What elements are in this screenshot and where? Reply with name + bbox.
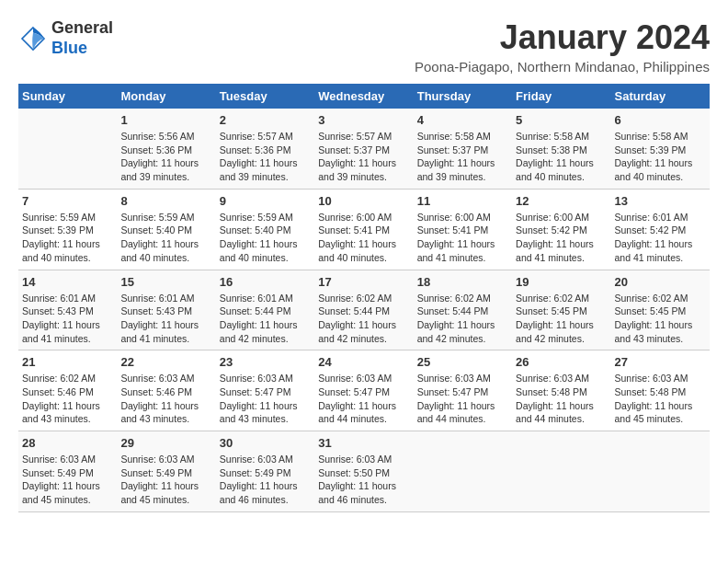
calendar-cell: 9Sunrise: 5:59 AMSunset: 5:40 PMDaylight… bbox=[216, 189, 314, 270]
subtitle: Poona-Piagapo, Northern Mindanao, Philip… bbox=[415, 59, 710, 75]
day-number: 7 bbox=[22, 194, 113, 208]
day-number: 20 bbox=[615, 275, 706, 289]
calendar-cell: 31Sunrise: 6:03 AMSunset: 5:50 PMDayligh… bbox=[314, 431, 413, 512]
calendar-cell: 4Sunrise: 5:58 AMSunset: 5:37 PMDaylight… bbox=[414, 109, 512, 189]
page-title: January 2024 bbox=[415, 18, 710, 57]
calendar-cell: 15Sunrise: 6:01 AMSunset: 5:43 PMDayligh… bbox=[117, 270, 215, 350]
day-info: Sunrise: 6:00 AMSunset: 5:41 PMDaylight:… bbox=[417, 211, 508, 265]
calendar-cell: 25Sunrise: 6:03 AMSunset: 5:47 PMDayligh… bbox=[414, 350, 512, 431]
week-row-1: 1Sunrise: 5:56 AMSunset: 5:36 PMDaylight… bbox=[18, 109, 710, 189]
day-number: 28 bbox=[22, 436, 113, 450]
day-info: Sunrise: 5:59 AMSunset: 5:40 PMDaylight:… bbox=[120, 211, 211, 265]
calendar-cell: 18Sunrise: 6:02 AMSunset: 5:44 PMDayligh… bbox=[414, 270, 512, 350]
day-info: Sunrise: 5:57 AMSunset: 5:36 PMDaylight:… bbox=[220, 130, 311, 184]
calendar-cell: 12Sunrise: 6:00 AMSunset: 5:42 PMDayligh… bbox=[512, 189, 610, 270]
calendar-cell: 28Sunrise: 6:03 AMSunset: 5:49 PMDayligh… bbox=[18, 431, 117, 512]
day-header-sunday: Sunday bbox=[18, 84, 117, 109]
day-header-monday: Monday bbox=[117, 84, 215, 109]
calendar-cell: 7Sunrise: 5:59 AMSunset: 5:39 PMDaylight… bbox=[18, 189, 117, 270]
day-number: 13 bbox=[615, 194, 706, 208]
calendar-table: SundayMondayTuesdayWednesdayThursdayFrid… bbox=[18, 84, 710, 512]
calendar-cell: 1Sunrise: 5:56 AMSunset: 5:36 PMDaylight… bbox=[117, 109, 215, 189]
day-number: 6 bbox=[615, 113, 706, 127]
day-info: Sunrise: 6:01 AMSunset: 5:43 PMDaylight:… bbox=[22, 292, 113, 346]
calendar-cell: 21Sunrise: 6:02 AMSunset: 5:46 PMDayligh… bbox=[18, 350, 117, 431]
day-number: 9 bbox=[220, 194, 311, 208]
day-number: 26 bbox=[516, 355, 607, 369]
calendar-cell: 22Sunrise: 6:03 AMSunset: 5:46 PMDayligh… bbox=[117, 350, 215, 431]
day-info: Sunrise: 6:00 AMSunset: 5:41 PMDaylight:… bbox=[318, 211, 409, 265]
day-info: Sunrise: 6:01 AMSunset: 5:42 PMDaylight:… bbox=[615, 211, 706, 265]
logo-text: General Blue bbox=[51, 18, 113, 58]
calendar-cell bbox=[611, 431, 710, 512]
calendar-cell: 20Sunrise: 6:02 AMSunset: 5:45 PMDayligh… bbox=[611, 270, 710, 350]
logo-icon bbox=[18, 24, 48, 53]
day-info: Sunrise: 5:58 AMSunset: 5:38 PMDaylight:… bbox=[516, 130, 607, 184]
day-header-wednesday: Wednesday bbox=[314, 84, 413, 109]
calendar-cell: 14Sunrise: 6:01 AMSunset: 5:43 PMDayligh… bbox=[18, 270, 117, 350]
day-info: Sunrise: 5:59 AMSunset: 5:39 PMDaylight:… bbox=[22, 211, 113, 265]
day-number: 14 bbox=[22, 275, 113, 289]
day-info: Sunrise: 5:59 AMSunset: 5:40 PMDaylight:… bbox=[220, 211, 311, 265]
day-info: Sunrise: 6:02 AMSunset: 5:46 PMDaylight:… bbox=[22, 372, 113, 426]
day-number: 25 bbox=[417, 355, 508, 369]
day-number: 12 bbox=[516, 194, 607, 208]
day-number: 17 bbox=[318, 275, 409, 289]
calendar-cell: 2Sunrise: 5:57 AMSunset: 5:36 PMDaylight… bbox=[216, 109, 314, 189]
logo: General Blue bbox=[18, 18, 113, 58]
day-number: 5 bbox=[516, 113, 607, 127]
day-info: Sunrise: 6:03 AMSunset: 5:48 PMDaylight:… bbox=[615, 372, 706, 426]
day-info: Sunrise: 6:00 AMSunset: 5:42 PMDaylight:… bbox=[516, 211, 607, 265]
calendar-cell: 3Sunrise: 5:57 AMSunset: 5:37 PMDaylight… bbox=[314, 109, 413, 189]
day-number: 15 bbox=[120, 275, 211, 289]
day-number: 21 bbox=[22, 355, 113, 369]
day-info: Sunrise: 6:03 AMSunset: 5:47 PMDaylight:… bbox=[417, 372, 508, 426]
day-number: 22 bbox=[120, 355, 211, 369]
day-info: Sunrise: 5:58 AMSunset: 5:37 PMDaylight:… bbox=[417, 130, 508, 184]
day-info: Sunrise: 6:02 AMSunset: 5:45 PMDaylight:… bbox=[615, 292, 706, 346]
day-number: 8 bbox=[120, 194, 211, 208]
day-info: Sunrise: 6:02 AMSunset: 5:44 PMDaylight:… bbox=[318, 292, 409, 346]
calendar-cell: 23Sunrise: 6:03 AMSunset: 5:47 PMDayligh… bbox=[216, 350, 314, 431]
week-row-2: 7Sunrise: 5:59 AMSunset: 5:39 PMDaylight… bbox=[18, 189, 710, 270]
calendar-cell: 16Sunrise: 6:01 AMSunset: 5:44 PMDayligh… bbox=[216, 270, 314, 350]
day-info: Sunrise: 6:01 AMSunset: 5:43 PMDaylight:… bbox=[120, 292, 211, 346]
day-header-friday: Friday bbox=[512, 84, 610, 109]
day-number: 16 bbox=[220, 275, 311, 289]
day-info: Sunrise: 5:58 AMSunset: 5:39 PMDaylight:… bbox=[615, 130, 706, 184]
day-info: Sunrise: 6:02 AMSunset: 5:45 PMDaylight:… bbox=[516, 292, 607, 346]
calendar-cell: 29Sunrise: 6:03 AMSunset: 5:49 PMDayligh… bbox=[117, 431, 215, 512]
calendar-cell: 26Sunrise: 6:03 AMSunset: 5:48 PMDayligh… bbox=[512, 350, 610, 431]
calendar-cell: 11Sunrise: 6:00 AMSunset: 5:41 PMDayligh… bbox=[414, 189, 512, 270]
day-info: Sunrise: 5:57 AMSunset: 5:37 PMDaylight:… bbox=[318, 130, 409, 184]
day-number: 18 bbox=[417, 275, 508, 289]
day-number: 3 bbox=[318, 113, 409, 127]
day-info: Sunrise: 6:03 AMSunset: 5:49 PMDaylight:… bbox=[220, 453, 311, 507]
calendar-cell bbox=[414, 431, 512, 512]
day-number: 2 bbox=[220, 113, 311, 127]
calendar-cell: 19Sunrise: 6:02 AMSunset: 5:45 PMDayligh… bbox=[512, 270, 610, 350]
day-info: Sunrise: 6:03 AMSunset: 5:50 PMDaylight:… bbox=[318, 453, 409, 507]
day-number: 30 bbox=[220, 436, 311, 450]
day-info: Sunrise: 6:03 AMSunset: 5:48 PMDaylight:… bbox=[516, 372, 607, 426]
day-number: 31 bbox=[318, 436, 409, 450]
calendar-cell: 5Sunrise: 5:58 AMSunset: 5:38 PMDaylight… bbox=[512, 109, 610, 189]
calendar-cell: 30Sunrise: 6:03 AMSunset: 5:49 PMDayligh… bbox=[216, 431, 314, 512]
calendar-cell: 10Sunrise: 6:00 AMSunset: 5:41 PMDayligh… bbox=[314, 189, 413, 270]
day-header-saturday: Saturday bbox=[611, 84, 710, 109]
day-info: Sunrise: 6:03 AMSunset: 5:46 PMDaylight:… bbox=[120, 372, 211, 426]
day-number: 29 bbox=[120, 436, 211, 450]
day-number: 1 bbox=[120, 113, 211, 127]
day-number: 19 bbox=[516, 275, 607, 289]
calendar-cell: 27Sunrise: 6:03 AMSunset: 5:48 PMDayligh… bbox=[611, 350, 710, 431]
day-number: 23 bbox=[220, 355, 311, 369]
calendar-cell: 6Sunrise: 5:58 AMSunset: 5:39 PMDaylight… bbox=[611, 109, 710, 189]
day-info: Sunrise: 6:02 AMSunset: 5:44 PMDaylight:… bbox=[417, 292, 508, 346]
day-info: Sunrise: 6:01 AMSunset: 5:44 PMDaylight:… bbox=[220, 292, 311, 346]
day-info: Sunrise: 6:03 AMSunset: 5:47 PMDaylight:… bbox=[220, 372, 311, 426]
header: General Blue January 2024 Poona-Piagapo,… bbox=[18, 18, 710, 75]
day-info: Sunrise: 6:03 AMSunset: 5:49 PMDaylight:… bbox=[120, 453, 211, 507]
day-header-tuesday: Tuesday bbox=[216, 84, 314, 109]
day-info: Sunrise: 6:03 AMSunset: 5:49 PMDaylight:… bbox=[22, 453, 113, 507]
calendar-cell: 8Sunrise: 5:59 AMSunset: 5:40 PMDaylight… bbox=[117, 189, 215, 270]
